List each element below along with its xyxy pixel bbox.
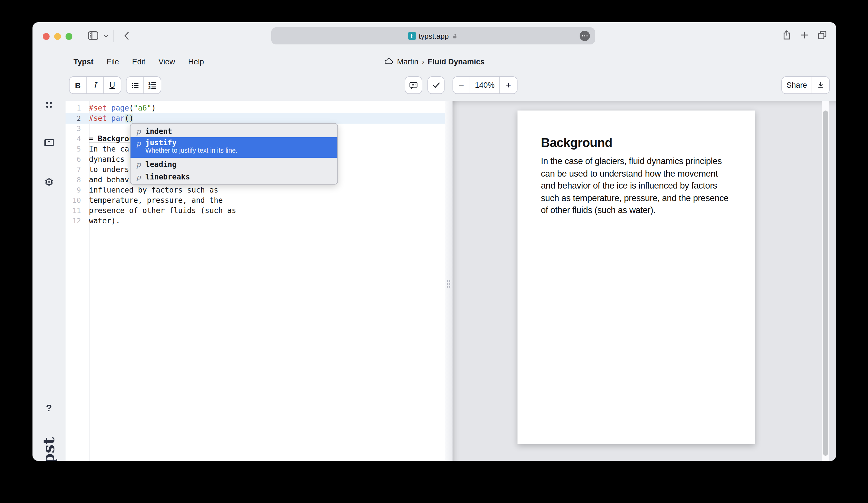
browser-toolbar: t typst.app	[32, 22, 836, 51]
bold-button[interactable]: B	[70, 77, 87, 93]
line-source: temperature, pressure, and the	[85, 196, 223, 206]
lock-icon	[452, 32, 458, 40]
line-number: 10	[65, 196, 85, 206]
autocomplete-popup: pindentpjustifyWhether to justify text i…	[130, 123, 338, 185]
chevron-down-icon[interactable]	[102, 32, 110, 40]
autocomplete-label: justify	[145, 138, 237, 147]
list-button-group: 1 2	[126, 76, 161, 94]
workspace: 1#set page("a6")2#set par()34= Backgroun…	[65, 101, 836, 461]
line-number: 12	[65, 216, 85, 226]
menu-edit[interactable]: Edit	[132, 57, 146, 66]
numbered-list-button[interactable]: 1 2	[144, 77, 161, 93]
line-number: 3	[65, 124, 85, 134]
line-number: 7	[65, 165, 85, 175]
cloud-sync-icon	[384, 57, 394, 65]
line-number: 8	[65, 175, 85, 185]
autocomplete-label: linebreaks	[145, 172, 190, 181]
sidebar-toggle-icon[interactable]	[87, 29, 100, 42]
code-line[interactable]: 11presence of other fluids (such as	[65, 206, 445, 216]
page-heading: Background	[541, 136, 612, 150]
line-number: 11	[65, 206, 85, 216]
line-source: influenced by factors such as	[85, 185, 218, 196]
page-settings-button[interactable]	[580, 31, 590, 41]
zoom-out-button[interactable]: −	[453, 77, 470, 93]
address-bar[interactable]: t typst.app	[271, 27, 595, 44]
italic-button[interactable]: I	[87, 77, 104, 93]
parameter-icon: p	[136, 160, 145, 168]
menu-typst[interactable]: Typst	[73, 57, 93, 66]
line-number: 2	[65, 113, 85, 124]
help-icon[interactable]: ?	[32, 403, 65, 414]
line-source: #set par()	[85, 113, 134, 124]
line-number: 4	[65, 134, 85, 144]
parameter-icon: p	[136, 172, 145, 181]
code-editor[interactable]: 1#set page("a6")2#set par()34= Backgroun…	[65, 101, 445, 461]
breadcrumb-separator: ›	[422, 57, 424, 66]
screen: t typst.app	[0, 0, 868, 503]
menu-file[interactable]: File	[106, 57, 119, 66]
format-button-group: B I U	[69, 76, 121, 94]
share-button-group: Share	[781, 76, 830, 94]
zoom-in-button[interactable]: +	[500, 77, 517, 93]
autocomplete-item-leading[interactable]: pleading	[131, 158, 338, 170]
preview-scrollbar-track[interactable]	[822, 101, 829, 461]
svg-text:1: 1	[148, 81, 151, 85]
code-line[interactable]: 12water).	[65, 216, 445, 226]
line-number: 9	[65, 185, 85, 196]
autocomplete-item-linebreaks[interactable]: plinebreaks	[131, 170, 338, 183]
tab-overview-icon[interactable]	[816, 29, 828, 41]
parameter-icon: p	[136, 127, 145, 135]
line-source: #set page("a6")	[85, 103, 156, 113]
breadcrumb-document[interactable]: Fluid Dynamics	[428, 57, 485, 66]
new-tab-icon[interactable]	[799, 30, 810, 40]
traffic-lights	[43, 33, 72, 40]
share-button[interactable]: Share	[782, 77, 812, 93]
splitter-drag-handle[interactable]	[446, 280, 451, 289]
line-source	[85, 124, 89, 134]
typst-logo: typst	[32, 438, 65, 461]
pane-splitter[interactable]	[445, 101, 453, 461]
menu-view[interactable]: View	[158, 57, 175, 66]
code-line[interactable]: 9influenced by factors such as	[65, 185, 445, 196]
page-paragraph: In the case of glaciers, fluid dynamics …	[541, 155, 732, 216]
parameter-icon: p	[136, 138, 145, 148]
line-source: presence of other fluids (such as	[85, 206, 236, 216]
breadcrumb: Martin › Fluid Dynamics	[384, 51, 484, 72]
menu-help[interactable]: Help	[188, 57, 204, 66]
app-grid-icon[interactable]	[32, 99, 65, 111]
back-button[interactable]	[121, 29, 133, 42]
autocomplete-label: leading	[145, 160, 177, 168]
zoom-control-group: − 140% +	[453, 76, 517, 94]
line-number: 5	[65, 144, 85, 154]
comment-button[interactable]	[405, 76, 422, 94]
app-menubar: Typst File Edit View Help	[73, 51, 204, 72]
zoom-level[interactable]: 140%	[470, 77, 500, 93]
line-source: water).	[85, 216, 120, 226]
files-box-icon[interactable]	[32, 136, 65, 149]
preview-scrollbar-thumb[interactable]	[823, 111, 828, 456]
code-line[interactable]: 2#set par()	[65, 113, 445, 124]
code-line[interactable]: 10temperature, pressure, and the	[65, 196, 445, 206]
breadcrumb-workspace[interactable]: Martin	[397, 57, 418, 66]
browser-window: t typst.app	[32, 22, 836, 461]
line-number: 6	[65, 154, 85, 165]
underline-button[interactable]: U	[104, 77, 121, 93]
preview-pane: Background In the case of glaciers, flui…	[453, 101, 836, 461]
approve-button[interactable]	[427, 76, 445, 94]
settings-gear-icon[interactable]: ⚙	[32, 176, 65, 189]
share-page-icon[interactable]	[781, 29, 793, 41]
left-sidebar-rail: ⚙ ? typst	[32, 51, 65, 461]
code-line[interactable]: 1#set page("a6")	[65, 103, 445, 113]
svg-text:2: 2	[148, 85, 151, 90]
autocomplete-item-justify[interactable]: pjustifyWhether to justify text in its l…	[131, 137, 338, 158]
minimize-window-button[interactable]	[54, 33, 61, 40]
divider	[113, 29, 114, 42]
download-button[interactable]	[812, 77, 829, 93]
autocomplete-item-indent[interactable]: pindent	[131, 125, 338, 137]
bullet-list-button[interactable]	[126, 77, 144, 93]
document-page: Background In the case of glaciers, flui…	[517, 111, 755, 444]
zoom-window-button[interactable]	[65, 33, 72, 40]
close-window-button[interactable]	[43, 33, 50, 40]
line-number: 1	[65, 103, 85, 113]
site-favicon: t	[408, 32, 416, 40]
